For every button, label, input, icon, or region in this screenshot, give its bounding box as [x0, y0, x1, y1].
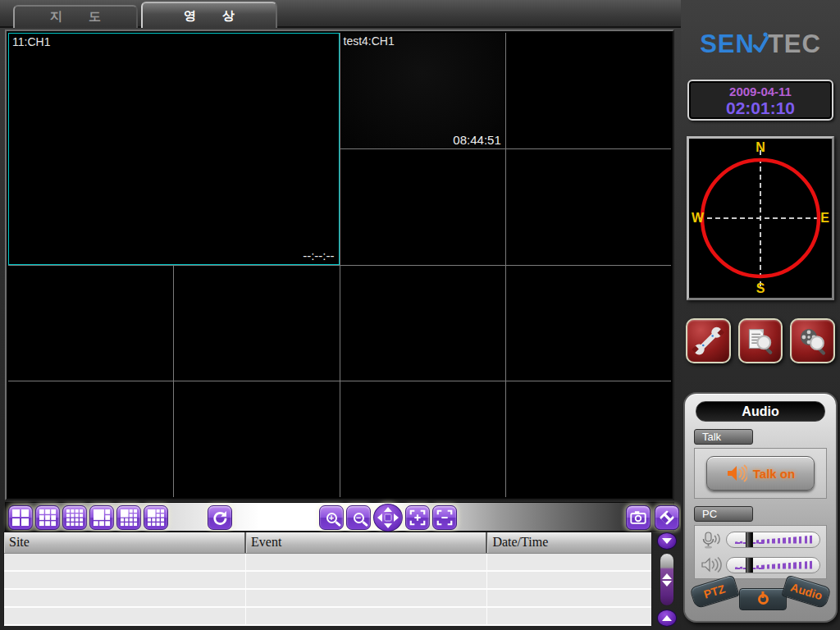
film-search-icon — [797, 325, 829, 358]
table-row[interactable] — [4, 572, 651, 590]
scrollbar-thumb[interactable] — [660, 553, 674, 606]
chevron-down-icon — [662, 538, 672, 544]
zoom-out-icon — [354, 513, 364, 523]
chevron-down-icon — [662, 581, 672, 587]
microphone-icon — [701, 531, 722, 549]
layout-8view-button[interactable] — [116, 505, 141, 530]
talk-section: Talk on — [694, 448, 827, 499]
grid-2x2-icon — [11, 509, 30, 527]
compass-west-label: W — [692, 211, 704, 226]
focus-plus-icon — [409, 509, 427, 527]
slider-handle[interactable] — [746, 532, 753, 548]
power-icon — [758, 594, 769, 605]
layout-13view-button[interactable] — [144, 505, 168, 530]
grid-6view-icon — [93, 509, 111, 527]
arrow-left-icon — [377, 514, 382, 522]
setup-button[interactable] — [686, 318, 731, 363]
talk-on-button[interactable]: Talk on — [706, 456, 815, 491]
compass-north-label: N — [756, 140, 765, 155]
grid-3x3-icon — [39, 509, 57, 527]
video-toolbar — [5, 502, 674, 532]
video-cell-test4[interactable]: test4:CH1 08:44:51 — [340, 33, 505, 148]
datetime-display: 2009-04-11 02:01:10 — [687, 80, 833, 121]
dpad-center — [385, 514, 392, 522]
video-display-area: 11:CH1 --:--:-- test4:CH1 08:44:51 — [5, 30, 674, 500]
video-cell-empty[interactable] — [174, 381, 339, 497]
output-volume-slider[interactable] — [726, 557, 820, 573]
layout-4view-button[interactable] — [8, 505, 33, 530]
audio-panel: Audio Talk Talk on PC — [683, 392, 838, 623]
slider-handle[interactable] — [746, 557, 753, 573]
floppy-disk-icon — [658, 509, 676, 527]
chevron-up-icon — [662, 615, 672, 621]
table-row[interactable] — [4, 590, 651, 608]
grid-8view-icon — [120, 509, 138, 527]
video-cell-empty[interactable] — [506, 266, 671, 381]
camera-label: 11:CH1 — [12, 35, 50, 48]
grid-4x4-icon — [66, 509, 84, 527]
video-cell-empty[interactable] — [8, 381, 173, 497]
chevron-up-icon — [662, 573, 672, 579]
zoom-in-button[interactable] — [319, 505, 344, 530]
save-button[interactable] — [655, 505, 679, 530]
tool-buttons — [686, 318, 835, 363]
grid-13view-icon — [147, 509, 165, 527]
compass-east-label: E — [820, 211, 829, 226]
refresh-icon — [212, 509, 228, 526]
logo-text-sen: SEN — [700, 30, 755, 58]
video-cell-empty[interactable] — [340, 149, 505, 265]
panel-switch-buttons: PTZ Audio — [685, 572, 836, 614]
ptz-panel-button[interactable]: PTZ — [689, 574, 739, 609]
refresh-button[interactable] — [208, 505, 232, 530]
logo-text-tec: TEC — [768, 30, 821, 58]
video-cell-empty[interactable] — [506, 381, 671, 497]
talk-on-label: Talk on — [753, 467, 795, 481]
ptz-direction-pad[interactable] — [373, 504, 403, 532]
audio-panel-button[interactable]: Audio — [781, 574, 831, 609]
video-cell-empty[interactable] — [8, 266, 173, 381]
camera-timestamp: 08:44:51 — [453, 133, 500, 147]
pc-section-label: PC — [694, 506, 753, 522]
zoom-out-button[interactable] — [346, 505, 371, 530]
ptz-compass[interactable]: N S W E — [687, 136, 834, 300]
wrench-icon — [692, 325, 724, 358]
layout-9view-button[interactable] — [35, 505, 60, 530]
scroll-up-button[interactable] — [657, 609, 677, 627]
sentec-logo: SENTEC — [681, 30, 840, 59]
column-header-datetime[interactable]: Date/Time — [487, 532, 651, 553]
power-button[interactable] — [739, 588, 787, 610]
table-row[interactable] — [4, 608, 651, 626]
video-cell-empty[interactable] — [174, 266, 339, 381]
video-cell-empty[interactable] — [506, 149, 671, 265]
tab-map[interactable]: 지 도 — [13, 5, 138, 28]
speaker-icon — [726, 463, 747, 483]
snapshot-button[interactable] — [626, 505, 651, 530]
arrow-up-icon — [384, 507, 392, 512]
compass-dial-icon — [689, 139, 832, 298]
focus-minus-button[interactable] — [432, 505, 457, 530]
camera-timestamp: --:--:-- — [303, 249, 334, 262]
column-header-event[interactable]: Event — [246, 532, 487, 553]
scroll-down-button[interactable] — [657, 532, 677, 550]
column-header-site[interactable]: Site — [4, 532, 246, 553]
right-sidebar: SENTEC 2009-04-11 02:01:10 N S W E — [681, 0, 840, 630]
video-cell-empty[interactable] — [506, 33, 671, 148]
video-search-button[interactable] — [790, 318, 835, 363]
camera-icon — [629, 509, 647, 527]
video-grid-13view: 11:CH1 --:--:-- test4:CH1 08:44:51 — [8, 33, 671, 497]
document-search-icon — [744, 325, 777, 358]
focus-minus-icon — [436, 509, 454, 527]
tab-video[interactable]: 영 상 — [141, 2, 277, 28]
audio-panel-title: Audio — [696, 401, 825, 422]
video-cell-selected[interactable]: 11:CH1 --:--:-- — [8, 33, 340, 265]
video-cell-empty[interactable] — [340, 381, 505, 497]
video-cell-empty[interactable] — [340, 266, 505, 381]
mic-volume-slider[interactable] — [726, 532, 820, 548]
event-table-scrollbar — [655, 532, 678, 627]
focus-plus-button[interactable] — [405, 505, 430, 530]
layout-6view-button[interactable] — [89, 505, 114, 530]
table-row[interactable] — [4, 554, 651, 572]
layout-16view-button[interactable] — [62, 505, 87, 530]
camera-label: test4:CH1 — [344, 34, 395, 48]
log-search-button[interactable] — [738, 318, 783, 363]
